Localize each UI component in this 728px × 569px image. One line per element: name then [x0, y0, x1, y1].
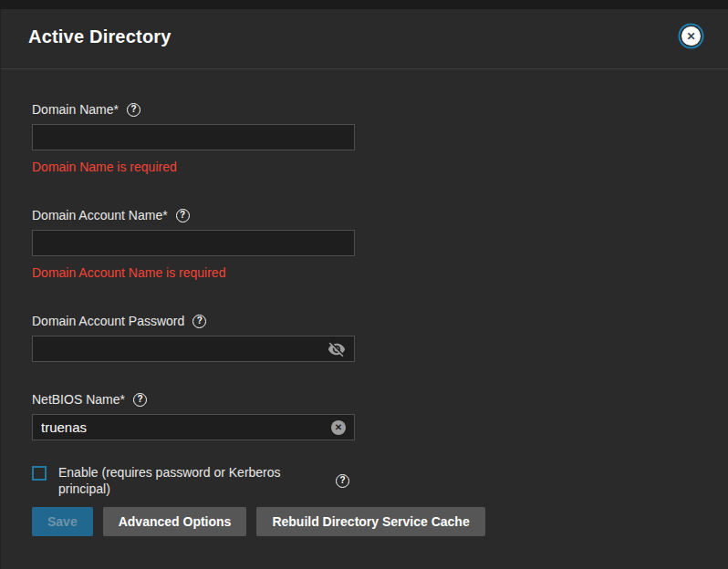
button-row: Save Advanced Options Rebuild Directory …	[32, 507, 707, 536]
page-title: Active Directory	[28, 26, 172, 47]
domain-account-password-input[interactable]	[41, 341, 328, 357]
domain-account-name-label-row: Domain Account Name* ?	[32, 208, 707, 222]
domain-account-password-label-row: Domain Account Password ?	[32, 314, 707, 328]
close-button[interactable]: ✕	[681, 26, 701, 46]
advanced-options-button[interactable]: Advanced Options	[103, 507, 247, 536]
clear-icon[interactable]: ✕	[331, 420, 346, 435]
netbios-name-input[interactable]	[41, 419, 331, 435]
domain-account-name-label: Domain Account Name*	[32, 208, 168, 222]
close-icon: ✕	[686, 30, 695, 43]
domain-name-error: Domain Name is required	[32, 160, 707, 174]
help-icon[interactable]: ?	[176, 209, 190, 222]
domain-name-input[interactable]	[41, 129, 346, 145]
domain-account-name-input-box	[32, 230, 355, 256]
domain-account-password-input-box	[32, 336, 355, 362]
rebuild-directory-service-cache-button[interactable]: Rebuild Directory Service Cache	[256, 507, 484, 536]
enable-checkbox-label: Enable (requires password or Kerberos pr…	[58, 464, 297, 497]
visibility-off-icon[interactable]	[328, 340, 346, 358]
dialog-header: Active Directory ✕	[1, 9, 728, 68]
form-content: Domain Name* ? Domain Name is required D…	[32, 69, 707, 536]
domain-name-label-row: Domain Name* ?	[32, 102, 707, 117]
domain-name-input-box	[32, 124, 355, 150]
netbios-name-input-box: ✕	[32, 414, 355, 440]
save-button[interactable]: Save	[32, 507, 93, 536]
netbios-name-label: NetBIOS Name*	[32, 392, 125, 407]
domain-account-name-error: Domain Account Name is required	[32, 265, 707, 280]
domain-name-label: Domain Name*	[32, 102, 119, 117]
domain-account-password-label: Domain Account Password	[32, 314, 184, 328]
help-icon[interactable]: ?	[133, 393, 147, 407]
active-directory-dialog: Active Directory ✕ Domain Name* ? Domain…	[0, 9, 728, 569]
domain-account-name-input[interactable]	[41, 235, 346, 251]
enable-checkbox-row: Enable (requires password or Kerberos pr…	[32, 464, 349, 497]
netbios-name-label-row: NetBIOS Name* ?	[32, 392, 707, 407]
help-icon[interactable]: ?	[127, 103, 140, 117]
enable-checkbox[interactable]	[32, 466, 47, 481]
help-icon[interactable]: ?	[336, 474, 349, 488]
help-icon[interactable]: ?	[192, 315, 206, 328]
